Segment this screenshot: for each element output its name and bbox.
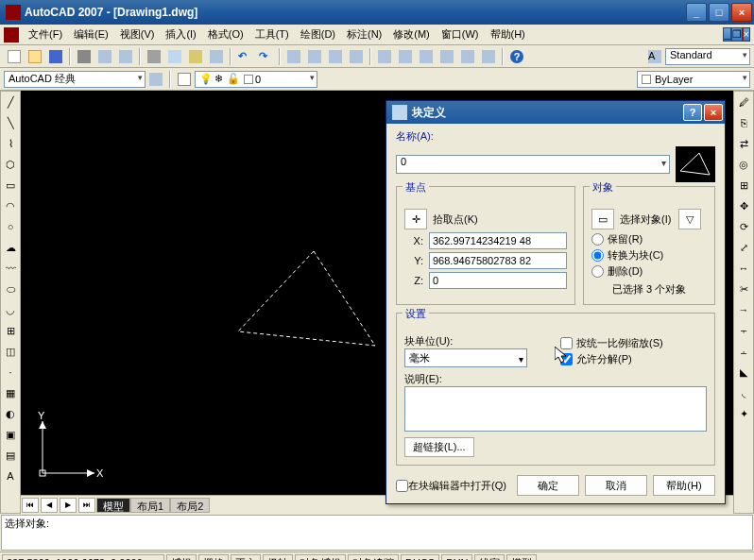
tab-layout2[interactable]: 布局2 xyxy=(170,498,210,513)
layer-combo[interactable]: 💡 ❄ 🔓 0 xyxy=(195,71,317,88)
explode-button[interactable]: ✦ xyxy=(734,404,753,423)
menu-dim[interactable]: 标注(N) xyxy=(341,25,387,43)
redo-button[interactable]: ↷ xyxy=(256,48,275,65)
hyperlink-button[interactable]: 超链接(L)... xyxy=(404,437,474,457)
move-button[interactable]: ✥ xyxy=(734,196,753,215)
status-dyn[interactable]: DYN xyxy=(441,554,472,561)
cancel-button[interactable]: 取消 xyxy=(585,475,647,496)
matchprop-button[interactable] xyxy=(207,48,226,65)
y-input[interactable] xyxy=(429,252,567,269)
workspace-settings-button[interactable] xyxy=(146,71,165,88)
command-line[interactable]: 选择对象: xyxy=(1,515,753,551)
chamfer-button[interactable]: ◣ xyxy=(734,363,753,382)
sheetset-button[interactable] xyxy=(437,48,456,65)
circle-button[interactable]: ○ xyxy=(1,217,20,236)
zoom-rt-button[interactable] xyxy=(305,48,324,65)
minimize-button[interactable]: _ xyxy=(686,3,707,22)
pan-button[interactable] xyxy=(284,48,303,65)
extend-button[interactable]: → xyxy=(734,300,753,319)
close-button[interactable]: × xyxy=(731,3,752,22)
allow-explode-check[interactable] xyxy=(560,353,573,365)
status-ducs[interactable]: DUCS xyxy=(401,554,439,561)
arc-button[interactable]: ◠ xyxy=(1,196,20,215)
status-grid[interactable]: 栅格 xyxy=(198,554,229,561)
triangle-object[interactable] xyxy=(238,251,389,357)
dialog-titlebar[interactable]: 块定义 ? × xyxy=(386,101,725,124)
status-ortho[interactable]: 正交 xyxy=(231,554,261,561)
rectangle-button[interactable]: ▭ xyxy=(1,176,20,195)
maximize-button[interactable]: □ xyxy=(709,3,729,22)
menu-view[interactable]: 视图(V) xyxy=(114,25,161,43)
tab-next-button[interactable]: ▶ xyxy=(60,498,77,513)
dialog-close-button[interactable]: × xyxy=(704,104,723,121)
designcenter-button[interactable] xyxy=(396,48,415,65)
cut-button[interactable] xyxy=(145,48,163,65)
calc-button[interactable] xyxy=(479,48,498,65)
stretch-button[interactable]: ↔ xyxy=(734,259,753,278)
z-input[interactable] xyxy=(429,272,567,289)
save-button[interactable] xyxy=(46,48,65,65)
dialog-help-button[interactable]: ? xyxy=(683,104,702,121)
scale-button[interactable]: ⤢ xyxy=(734,238,753,257)
open-button[interactable] xyxy=(26,48,44,65)
toolpalette-button[interactable] xyxy=(417,48,436,65)
status-osnap[interactable]: 对象捕捉 xyxy=(295,554,346,561)
color-combo[interactable]: ByLayer xyxy=(637,71,750,88)
menu-window[interactable]: 窗口(W) xyxy=(436,25,485,43)
open-in-editor-check[interactable] xyxy=(396,480,408,492)
markup-button[interactable] xyxy=(458,48,477,65)
menu-insert[interactable]: 插入(I) xyxy=(160,25,201,43)
status-lwt[interactable]: 线宽 xyxy=(474,554,505,561)
layer-manager-button[interactable] xyxy=(175,71,194,88)
properties-button[interactable] xyxy=(375,48,394,65)
line-button[interactable]: ╱ xyxy=(1,93,20,111)
scale-uniform-check[interactable] xyxy=(560,337,573,349)
menu-help[interactable]: 帮助(H) xyxy=(485,25,531,43)
spline-button[interactable]: 〰 xyxy=(1,259,20,278)
plot-button[interactable] xyxy=(75,48,94,65)
gradient-button[interactable]: ◐ xyxy=(1,404,20,423)
tab-layout1[interactable]: 布局1 xyxy=(130,498,170,513)
qnew-button[interactable] xyxy=(5,48,24,65)
array-button[interactable]: ⊞ xyxy=(734,176,753,195)
hatch-button[interactable]: ▦ xyxy=(1,383,20,402)
unit-combo[interactable]: 毫米 xyxy=(404,348,527,367)
menu-format[interactable]: 格式(O) xyxy=(202,25,249,43)
quickselect-button[interactable]: ▽ xyxy=(678,209,701,229)
tab-model[interactable]: 模型 xyxy=(96,498,130,513)
plot-preview-button[interactable] xyxy=(95,48,114,65)
block-button[interactable]: ◫ xyxy=(1,342,20,361)
menu-modify[interactable]: 修改(M) xyxy=(387,25,436,43)
copyobj-button[interactable]: ⎘ xyxy=(734,113,753,132)
tab-last-button[interactable]: ⏭ xyxy=(78,498,95,513)
mdi-restore-button[interactable]: ❐ xyxy=(731,27,743,42)
status-snap[interactable]: 捕捉 xyxy=(166,554,197,561)
help-button[interactable]: ? xyxy=(507,48,526,65)
ok-button[interactable]: 确定 xyxy=(517,475,579,496)
region-button[interactable]: ▣ xyxy=(1,425,20,444)
trim-button[interactable]: ✂ xyxy=(734,280,753,298)
x-input[interactable] xyxy=(429,232,567,249)
tab-prev-button[interactable]: ◀ xyxy=(41,498,58,513)
name-combo[interactable]: 0 xyxy=(396,155,670,174)
mtext-button[interactable]: A xyxy=(1,467,20,485)
mirror-button[interactable]: ⇄ xyxy=(734,134,753,153)
style-combo[interactable]: Standard xyxy=(665,48,750,65)
ellipse-button[interactable]: ⬭ xyxy=(1,280,20,298)
zoom-window-button[interactable] xyxy=(326,48,345,65)
rotate-button[interactable]: ⟳ xyxy=(734,217,753,236)
delete-radio[interactable] xyxy=(591,265,604,278)
undo-button[interactable]: ↶ xyxy=(235,48,254,65)
revcloud-button[interactable]: ☁ xyxy=(1,238,20,257)
ellipsearc-button[interactable]: ◡ xyxy=(1,300,20,319)
break-button[interactable]: ⫟ xyxy=(734,321,753,340)
publish-button[interactable] xyxy=(116,48,135,65)
polygon-button[interactable]: ⬡ xyxy=(1,155,20,174)
paste-button[interactable] xyxy=(186,48,205,65)
menu-draw[interactable]: 绘图(D) xyxy=(295,25,341,43)
tab-first-button[interactable]: ⏮ xyxy=(22,498,39,513)
retain-radio[interactable] xyxy=(591,233,604,246)
zoom-previous-button[interactable] xyxy=(347,48,366,65)
copy-button[interactable] xyxy=(165,48,184,65)
convert-radio[interactable] xyxy=(591,249,604,262)
